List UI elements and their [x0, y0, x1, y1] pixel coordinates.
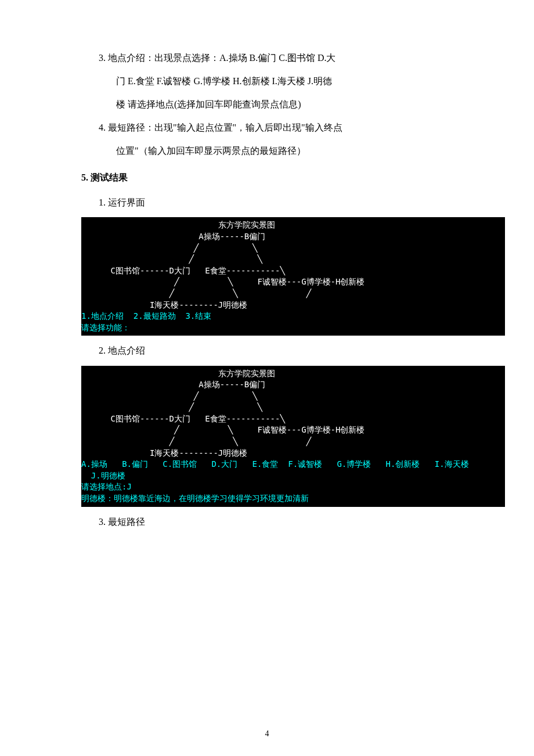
console-line: C图书馆------D大门 E食堂-----------╲: [81, 414, 285, 423]
console-line: 东方学院实景图: [81, 220, 275, 229]
console-line: ╱ ╲ ╱: [81, 289, 311, 298]
list-item-3-cont1: 门 E.食堂 F.诚智楼 G.博学楼 H.创新楼 I.海天楼 J.明德: [116, 70, 470, 93]
sub-number: 1.: [99, 197, 106, 207]
console-line: C图书馆------D大门 E食堂-----------╲: [81, 266, 285, 275]
page-number: 4: [0, 729, 534, 739]
console-line: ╱ ╲: [81, 391, 257, 401]
console-line: ╱ ╲: [81, 243, 257, 253]
console-menu: 1.地点介绍 2.最短路劲 3.结束: [81, 311, 211, 321]
console-line: 东方学院实景图: [81, 369, 275, 378]
sub-number: 3.: [99, 517, 106, 527]
console-screenshot-1: 东方学院实景图 A操场-----B偏门 ╱ ╲ ╱ ╲ C图书馆------D大…: [81, 217, 505, 336]
console-line: I海天楼--------J明德楼: [81, 300, 247, 309]
section-number: 5.: [81, 172, 88, 182]
console-result: 明德楼：明德楼靠近海边，在明德楼学习使得学习环境更加清新: [81, 494, 309, 503]
section-5-heading: 5. 测试结果: [81, 167, 470, 188]
list-item-3: 3. 地点介绍：出现景点选择：A.操场 B.偏门 C.图书馆 D.大: [99, 46, 470, 70]
console-line: ╱ ╲ F诚智楼---G博学楼-H创新楼: [81, 277, 365, 286]
item-number: 3.: [99, 53, 106, 63]
console-options: A.操场 B.偏门 C.图书馆 D.大门 E.食堂 F.诚智楼 G.博学楼 H.…: [81, 459, 469, 469]
sub-number: 2.: [99, 345, 106, 355]
console-line: A操场-----B偏门: [81, 232, 265, 241]
sub-item-3: 3. 最短路径: [99, 512, 470, 532]
console-screenshot-2: 东方学院实景图 A操场-----B偏门 ╱ ╲ ╱ ╲ C图书馆------D大…: [81, 366, 505, 507]
item-number: 4.: [99, 123, 106, 132]
console-line: ╱ ╲: [81, 254, 262, 264]
sub-label: 最短路径: [108, 517, 145, 527]
console-line: ╱ ╲: [81, 402, 262, 412]
sub-label: 运行界面: [108, 197, 145, 207]
console-line: A操场-----B偏门: [81, 380, 265, 389]
console-line: I海天楼--------J明德楼: [81, 448, 247, 458]
console-prompt: 请选择地点:J: [81, 482, 132, 491]
console-options: J.明德楼: [81, 471, 125, 480]
console-prompt: 请选择功能：: [81, 323, 130, 332]
item-text: 最短路径：出现"输入起点位置"，输入后即出现"输入终点: [108, 123, 342, 132]
list-item-4-cont: 位置"（输入加回车即显示两景点的最短路径）: [116, 139, 470, 163]
console-line: ╱ ╲ ╱: [81, 437, 311, 446]
sub-label: 地点介绍: [108, 345, 145, 355]
list-item-3-cont2: 楼 请选择地点(选择加回车即能查询景点信息): [116, 93, 470, 116]
item-text: 地点介绍：出现景点选择：A.操场 B.偏门 C.图书馆 D.大: [108, 53, 335, 63]
sub-item-1: 1. 运行界面: [99, 192, 470, 213]
sub-item-2: 2. 地点介绍: [99, 340, 470, 361]
console-line: ╱ ╲ F诚智楼---G博学楼-H创新楼: [81, 425, 365, 434]
section-title: 测试结果: [91, 172, 128, 182]
list-item-4: 4. 最短路径：出现"输入起点位置"，输入后即出现"输入终点: [99, 116, 470, 139]
